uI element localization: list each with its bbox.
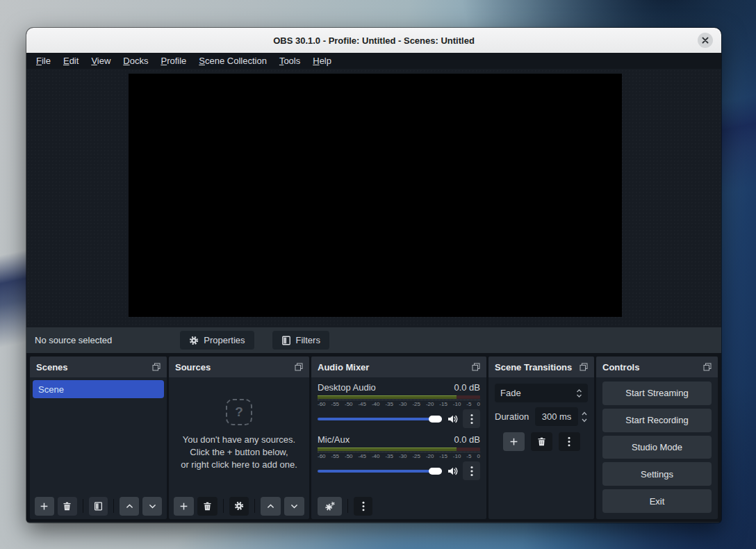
volume-slider[interactable] xyxy=(318,418,442,420)
title-bar[interactable]: OBS 30.1.0 - Profile: Untitled - Scenes:… xyxy=(26,28,721,53)
toolbar-separator xyxy=(254,499,255,513)
trash-icon xyxy=(203,502,212,511)
properties-button[interactable]: Properties xyxy=(180,331,254,350)
remove-source-button[interactable] xyxy=(197,497,217,516)
transition-selected-value: Fade xyxy=(500,388,521,398)
menu-file[interactable]: File xyxy=(31,54,56,67)
scene-up-button[interactable] xyxy=(120,497,139,516)
gear-icon xyxy=(234,501,244,511)
status-bar: 00:00:00 00:00:00 CPU: 22.5% 22.26 / 30.… xyxy=(26,522,721,523)
advanced-audio-icon xyxy=(324,501,336,511)
scene-transitions-title: Scene Transitions xyxy=(495,362,572,372)
speaker-icon[interactable] xyxy=(447,413,458,425)
kebab-icon xyxy=(362,501,365,511)
chevron-up-icon xyxy=(266,502,275,511)
duration-value: 300 ms xyxy=(542,411,572,422)
dock-float-icon[interactable] xyxy=(580,363,588,371)
scene-transitions-header[interactable]: Scene Transitions xyxy=(488,357,594,377)
spinner-arrows-icon[interactable] xyxy=(581,409,588,425)
speaker-icon[interactable] xyxy=(447,466,458,477)
audio-mixer-title: Audio Mixer xyxy=(318,362,369,372)
add-scene-button[interactable] xyxy=(35,497,54,516)
source-properties-button[interactable] xyxy=(229,497,249,516)
advanced-audio-button[interactable] xyxy=(318,497,342,516)
scenes-toolbar xyxy=(30,493,167,519)
scale-tick-label: -15 xyxy=(439,401,447,407)
scale-tick-label: -10 xyxy=(453,401,461,407)
scenes-title: Scenes xyxy=(36,362,68,372)
filter-icon xyxy=(281,336,291,345)
scene-item-selected[interactable]: Scene xyxy=(33,380,164,398)
transition-select[interactable]: Fade xyxy=(495,384,588,402)
volume-slider[interactable] xyxy=(318,470,442,473)
meter-scale: -60-55-50-45-40-35-30-25-20-15-10-50 xyxy=(318,400,480,407)
sources-empty-state[interactable]: ? You don't have any sources. Click the … xyxy=(169,377,309,493)
question-mark-icon: ? xyxy=(226,399,252,425)
scale-tick-label: -10 xyxy=(453,453,461,459)
properties-label: Properties xyxy=(204,335,245,345)
scale-tick-label: -50 xyxy=(345,401,353,407)
chevron-down-icon xyxy=(148,502,157,511)
menu-scene-collection[interactable]: Scene Collection xyxy=(193,54,272,67)
transition-options-button[interactable] xyxy=(559,432,580,451)
remove-transition-button[interactable] xyxy=(531,432,552,451)
studio-mode-button[interactable]: Studio Mode xyxy=(602,436,712,459)
chevron-up-icon xyxy=(125,502,134,511)
remove-scene-button[interactable] xyxy=(58,497,77,516)
dock-float-icon[interactable] xyxy=(472,363,480,371)
add-transition-button[interactable] xyxy=(503,432,525,451)
kebab-icon xyxy=(470,466,473,477)
scale-tick-label: -30 xyxy=(399,453,407,459)
sources-header[interactable]: Sources xyxy=(169,357,309,377)
add-source-button[interactable] xyxy=(174,497,194,516)
scene-transitions-panel: Scene Transitions Fade Duration 300 ms xyxy=(488,357,594,519)
scenes-header[interactable]: Scenes xyxy=(30,357,167,377)
preview-canvas[interactable] xyxy=(129,74,622,317)
plus-icon xyxy=(179,502,188,511)
volume-slider-handle[interactable] xyxy=(429,468,442,475)
close-button[interactable] xyxy=(698,33,713,48)
start-streaming-button[interactable]: Start Streaming xyxy=(602,382,712,405)
start-recording-button[interactable]: Start Recording xyxy=(602,409,712,432)
controls-header[interactable]: Controls xyxy=(596,357,718,377)
settings-button[interactable]: Settings xyxy=(602,462,712,486)
filter-icon xyxy=(94,502,103,511)
dock-float-icon[interactable] xyxy=(703,363,712,371)
dock-float-icon[interactable] xyxy=(295,363,303,371)
menu-tools[interactable]: Tools xyxy=(274,54,306,67)
close-icon xyxy=(702,37,709,44)
volume-meter xyxy=(318,395,480,399)
menu-docks[interactable]: Docks xyxy=(117,54,154,67)
fps-counter: 22.26 / 30.00 FPS xyxy=(614,522,707,523)
kebab-icon xyxy=(568,436,570,447)
audio-mixer-header[interactable]: Audio Mixer xyxy=(311,357,486,377)
sources-panel: Sources ? You don't have any sources. Cl… xyxy=(169,357,309,519)
source-down-button[interactable] xyxy=(284,497,304,516)
chevron-down-icon xyxy=(290,502,299,511)
scale-tick-label: -45 xyxy=(358,401,366,407)
stream-timer: 00:00:00 xyxy=(399,522,472,523)
menu-profile[interactable]: Profile xyxy=(155,54,192,67)
scale-tick-label: -20 xyxy=(426,453,434,459)
scene-filters-button[interactable] xyxy=(89,497,108,516)
exit-button[interactable]: Exit xyxy=(602,489,712,513)
duration-spinbox[interactable]: 300 ms xyxy=(535,407,578,426)
mixer-options-button[interactable] xyxy=(354,497,372,516)
dock-float-icon[interactable] xyxy=(152,363,161,371)
menu-edit[interactable]: Edit xyxy=(58,54,84,67)
volume-slider-handle[interactable] xyxy=(429,416,442,423)
channel-options-button[interactable] xyxy=(463,461,480,480)
scale-tick-label: -20 xyxy=(426,401,434,407)
sources-title: Sources xyxy=(175,362,211,372)
scale-tick-label: -50 xyxy=(345,453,353,459)
channel-options-button[interactable] xyxy=(463,409,480,428)
scale-tick-label: -40 xyxy=(372,401,380,407)
filters-button[interactable]: Filters xyxy=(272,331,329,350)
scene-down-button[interactable] xyxy=(142,497,162,516)
scale-tick-label: -30 xyxy=(399,401,407,407)
source-up-button[interactable] xyxy=(261,497,281,516)
preview-region xyxy=(26,69,721,327)
menu-help[interactable]: Help xyxy=(307,54,337,67)
menu-view[interactable]: View xyxy=(85,54,116,67)
filters-label: Filters xyxy=(296,335,320,345)
